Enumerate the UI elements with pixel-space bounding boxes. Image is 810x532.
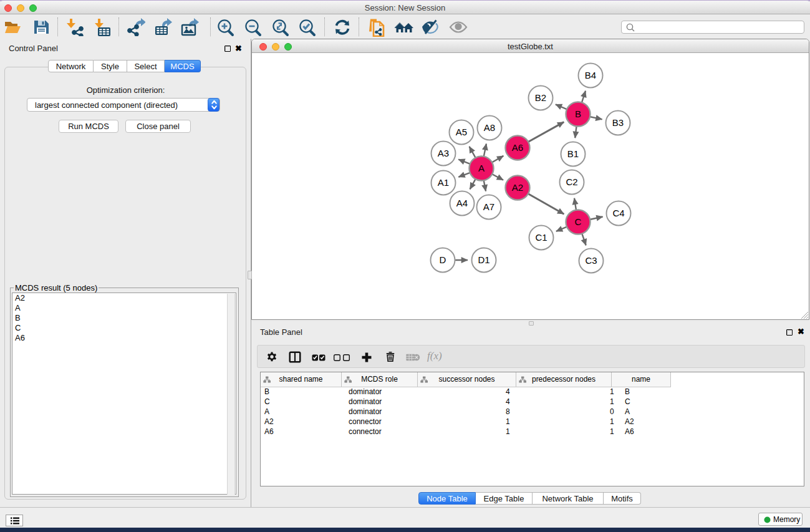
svg-text:D: D	[440, 254, 446, 265]
svg-text:A7: A7	[483, 201, 494, 212]
svg-text:A2: A2	[512, 182, 523, 193]
svg-text:A5: A5	[456, 127, 467, 137]
svg-text:C: C	[575, 216, 582, 227]
svg-text:A8: A8	[484, 122, 495, 133]
svg-text:A6: A6	[512, 142, 523, 153]
svg-text:C1: C1	[535, 232, 547, 243]
svg-text:A: A	[478, 163, 485, 173]
svg-text:B: B	[575, 109, 581, 119]
svg-text:A3: A3	[438, 148, 449, 158]
svg-text:A4: A4	[456, 198, 468, 208]
svg-text:B1: B1	[567, 148, 579, 159]
svg-text:D1: D1	[478, 254, 489, 265]
svg-text:B4: B4	[585, 70, 596, 80]
svg-text:A1: A1	[438, 177, 449, 188]
svg-text:C2: C2	[566, 177, 577, 187]
svg-text:B3: B3	[612, 117, 624, 128]
svg-text:C3: C3	[585, 255, 597, 266]
svg-text:C4: C4	[612, 208, 624, 218]
svg-text:B2: B2	[535, 92, 546, 103]
